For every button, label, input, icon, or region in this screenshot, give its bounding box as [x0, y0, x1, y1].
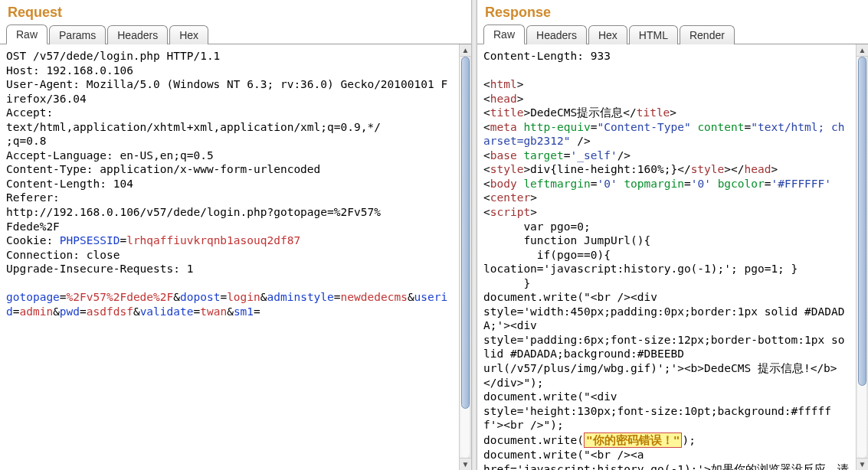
code-segment: lrhqaffiuvkrqnb1asouq2df87 [126, 234, 300, 246]
panel-divider[interactable] [471, 0, 477, 470]
response-tab-render[interactable]: Render [680, 25, 735, 44]
code-segment: Host: 192.168.0.106 [6, 64, 133, 77]
scroll-down-icon[interactable]: ▼ [460, 458, 471, 470]
code-segment: dopost [180, 291, 220, 303]
response-tab-raw[interactable]: Raw [483, 24, 525, 44]
scroll-up-icon[interactable]: ▲ [460, 44, 471, 57]
code-segment: } [483, 277, 530, 289]
code-segment: /> [617, 149, 631, 162]
code-segment: document.write( [483, 434, 584, 446]
code-segment: < [483, 93, 490, 105]
response-content-wrap: Content-Length: 933 <html> <head> <title… [477, 44, 868, 470]
code-segment: script [490, 206, 530, 218]
scroll-down-icon[interactable]: ▼ [857, 458, 868, 470]
scroll-thumb[interactable] [461, 57, 470, 409]
response-scrollbar[interactable]: ▲ ▼ [856, 44, 868, 470]
code-segment: DedeCMS提示信息 [530, 106, 623, 119]
request-tab-raw[interactable]: Raw [6, 24, 47, 44]
code-segment: "Content-Type" [597, 121, 690, 133]
code-segment: admin [19, 305, 53, 318]
code-segment: base [490, 149, 517, 162]
code-segment: = [684, 178, 691, 190]
code-segment: newdedecms [341, 291, 408, 303]
code-segment: %2Fv57%2Fdede%2F [67, 291, 174, 303]
request-title: Request [0, 0, 471, 24]
code-segment: & [53, 305, 60, 318]
code-segment: > [517, 78, 524, 90]
code-segment: style='height:130px;font-size:10pt;backg… [483, 405, 831, 432]
code-segment: Upgrade-Insecure-Requests: 1 [6, 263, 193, 275]
request-content-wrap: OST /v57/dede/login.php HTTP/1.1 Host: 1… [0, 44, 471, 470]
response-tabs: RawHeadersHexHTMLRender [477, 24, 868, 44]
code-segment: & [133, 305, 140, 318]
scroll-thumb[interactable] [858, 57, 866, 386]
code-segment: var pgo=0; [483, 220, 591, 233]
code-segment: >div{line-height:160%;}</ [523, 163, 690, 175]
response-tab-html[interactable]: HTML [629, 25, 678, 44]
code-segment: leftmargin [523, 178, 590, 190]
code-segment: ;q=0.8 [6, 135, 46, 147]
request-tab-params[interactable]: Params [49, 25, 106, 44]
code-segment: Referer: [6, 191, 60, 204]
code-segment: document.write("<br /><a [483, 449, 644, 461]
code-segment: center [490, 191, 530, 204]
code-segment: style [691, 163, 725, 175]
request-tab-hex[interactable]: Hex [169, 25, 208, 44]
code-segment: = [564, 149, 571, 162]
response-tab-headers[interactable]: Headers [526, 25, 587, 44]
code-segment: topmargin [624, 178, 684, 190]
code-segment: > [523, 106, 530, 119]
request-raw-content[interactable]: OST /v57/dede/login.php HTTP/1.1 Host: 1… [0, 44, 459, 470]
code-segment: /> [571, 135, 591, 147]
code-segment: style='width:450px;padding:0px;border:1p… [483, 305, 844, 332]
code-segment: Fdede%2F [6, 220, 60, 233]
code-segment: User-Agent: Mozilla/5.0 (Windows NT 6.3;… [6, 78, 447, 105]
code-segment: text/html,application/xhtml+xml,applicat… [6, 121, 381, 133]
code-segment: meta [490, 121, 517, 133]
code-segment: title [490, 106, 524, 119]
code-segment: '_self' [571, 149, 617, 162]
code-segment: '0' [597, 178, 617, 190]
code-segment: style [490, 163, 524, 175]
response-raw-content[interactable]: Content-Length: 933 <html> <head> <title… [477, 44, 856, 470]
request-panel: Request RawParamsHeadersHex OST /v57/ded… [0, 0, 471, 470]
code-segment: < [483, 78, 490, 90]
code-segment: target [523, 149, 563, 162]
code-segment: body [490, 178, 517, 190]
code-segment: > [530, 191, 537, 204]
code-segment: = [745, 121, 752, 133]
code-segment: document.write("<br /><div [483, 291, 657, 303]
code-segment: = [254, 305, 260, 318]
code-segment: > [517, 93, 524, 105]
code-segment: location='javascript:history.go(-1);'; p… [483, 263, 798, 275]
code-segment: url(/v57/plus/img/wbg.gif)';'><b>DedeCMS… [483, 362, 837, 389]
scroll-up-icon[interactable]: ▲ [857, 44, 868, 57]
code-segment: Content-Length: 933 [483, 50, 611, 62]
code-segment: login [227, 291, 260, 303]
code-segment: = [60, 291, 67, 303]
code-segment: sm1 [234, 305, 254, 318]
code-segment: OST /v57/dede/login.php HTTP/1.1 [6, 50, 220, 62]
code-segment: < [483, 163, 490, 175]
code-segment: if(pgo==0){ [483, 249, 611, 261]
code-segment: pwd [60, 305, 80, 318]
code-segment: content [697, 121, 744, 133]
code-segment: > [771, 163, 778, 175]
code-segment: & [260, 291, 267, 303]
code-segment: gotopage [6, 291, 60, 303]
response-tab-hex[interactable]: Hex [588, 25, 627, 44]
code-segment: ></ [724, 163, 744, 175]
code-segment: '0' [691, 178, 711, 190]
code-segment: & [173, 291, 180, 303]
request-tab-headers[interactable]: Headers [107, 25, 168, 44]
code-segment: title [637, 106, 670, 119]
code-segment: head [745, 163, 771, 175]
code-segment: href='javascript:history.go(-1);'>如果你的浏览… [483, 463, 849, 470]
code-segment: function JumpUrl(){ [483, 234, 650, 246]
code-segment: validate [140, 305, 194, 318]
code-segment: > [530, 206, 537, 218]
code-segment: = [334, 291, 341, 303]
request-scrollbar[interactable]: ▲ ▼ [459, 44, 471, 470]
code-segment: = [220, 291, 227, 303]
code-segment: PHPSESSID [60, 234, 120, 246]
